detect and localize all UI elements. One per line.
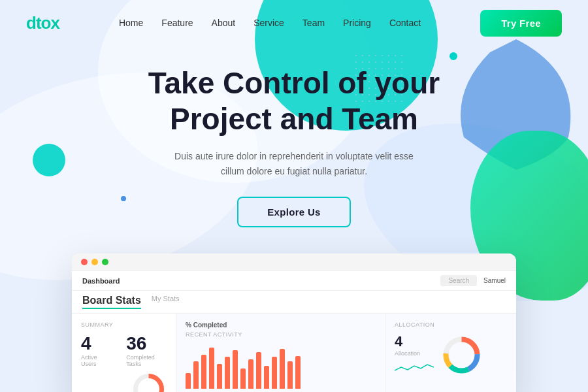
titlebar-dot-green xyxy=(102,259,108,265)
activity-bar xyxy=(264,366,269,389)
allocation-donut-chart xyxy=(440,334,483,376)
brand-name-part1: dt xyxy=(26,13,41,33)
nav-item-feature[interactable]: Feature xyxy=(161,17,193,29)
navbar: dtox Home Feature About Service Team Pri… xyxy=(0,0,588,46)
active-users-label: Active Users xyxy=(81,354,110,367)
allocation-content: 4 Allocation xyxy=(395,333,507,376)
activity-bar xyxy=(217,364,222,389)
activity-completed-label: % Completed xyxy=(186,321,376,329)
titlebar-dot-red xyxy=(81,259,88,265)
brand-logo: dtox xyxy=(26,13,59,33)
nav-link-home[interactable]: Home xyxy=(119,18,143,28)
titlebar-dot-yellow xyxy=(91,259,98,265)
summary-stats: 4 Active Users 36 Completed Tasks xyxy=(81,335,167,367)
nav-link-contact[interactable]: Contact xyxy=(389,18,421,28)
allocation-count-label: Allocation xyxy=(395,350,434,357)
allocation-stat: 4 Allocation xyxy=(395,333,434,376)
completed-tasks-stat: 36 Completed Tasks xyxy=(126,335,167,367)
dashboard-tabs: Board Stats My Stats xyxy=(72,291,516,314)
active-users-stat: 4 Active Users xyxy=(81,335,110,367)
completed-tasks-label: Completed Tasks xyxy=(126,354,167,367)
dashboard-header-bar: Dashboard Search Samuel xyxy=(72,271,516,291)
allocation-count: 4 xyxy=(395,333,434,350)
dashboard-header-right: Search Samuel xyxy=(440,275,506,286)
nav-item-service[interactable]: Service xyxy=(253,17,284,29)
nav-link-pricing[interactable]: Pricing xyxy=(343,18,371,28)
nav-item-pricing[interactable]: Pricing xyxy=(343,17,371,29)
nav-item-home[interactable]: Home xyxy=(119,17,143,29)
nav-link-about[interactable]: About xyxy=(212,18,236,28)
activity-bar xyxy=(280,349,285,389)
summary-donut-chart xyxy=(131,371,167,392)
try-free-button[interactable]: Try Free xyxy=(480,10,562,37)
nav-item-contact[interactable]: Contact xyxy=(389,17,421,29)
activity-bar xyxy=(256,352,261,389)
dashboard-preview: Dashboard Search Samuel Board Stats My S… xyxy=(72,253,516,392)
dashboard-title: Dashboard xyxy=(82,277,120,285)
activity-bar xyxy=(287,361,293,389)
activity-bar xyxy=(233,350,238,389)
summary-label: SUMMARY xyxy=(81,321,167,328)
completed-tasks-count: 36 xyxy=(126,335,167,353)
nav-link-team[interactable]: Team xyxy=(302,18,325,28)
hero-title-line1: Take Control of your xyxy=(148,66,440,100)
active-users-count: 4 xyxy=(81,335,110,353)
panel-activity: % Completed Recent Activity xyxy=(176,314,385,392)
nav-link-feature[interactable]: Feature xyxy=(161,18,193,28)
tab-board-stats[interactable]: Board Stats xyxy=(82,295,141,309)
hero-title-line2: Project and Team xyxy=(170,102,418,136)
dashboard-titlebar xyxy=(72,253,516,271)
dashboard-user: Samuel xyxy=(483,277,506,284)
explore-button[interactable]: Explore Us xyxy=(237,197,350,227)
brand-name-part2: ox xyxy=(41,13,59,33)
activity-bar xyxy=(240,368,246,389)
activity-bar xyxy=(248,359,253,389)
allocation-label: ALLOCATION xyxy=(395,321,507,328)
summary-donut-wrap xyxy=(81,371,167,392)
hero-subtitle: Duis aute irure dolor in reprehenderit i… xyxy=(163,149,425,178)
tab-my-stats[interactable]: My Stats xyxy=(152,295,180,309)
dashboard-search[interactable]: Search xyxy=(440,275,477,286)
nav-item-about[interactable]: About xyxy=(212,17,236,29)
allocation-wave xyxy=(395,361,434,374)
activity-bar xyxy=(209,348,214,389)
activity-label: Recent Activity xyxy=(186,331,376,338)
panel-allocation: ALLOCATION 4 Allocation xyxy=(385,314,516,392)
activity-bar xyxy=(186,373,191,389)
activity-bar xyxy=(295,356,301,389)
hero-title: Take Control of your Project and Team xyxy=(13,65,575,137)
nav-links: Home Feature About Service Team Pricing … xyxy=(119,17,421,29)
activity-bar-chart xyxy=(186,343,376,389)
nav-link-service[interactable]: Service xyxy=(253,18,284,28)
dashboard-content: SUMMARY 4 Active Users 36 Completed Task… xyxy=(72,314,516,392)
activity-bar xyxy=(225,357,230,389)
nav-item-team[interactable]: Team xyxy=(302,17,325,29)
hero-section: Take Control of your Project and Team Du… xyxy=(0,46,588,240)
activity-bar xyxy=(193,361,199,389)
activity-bar xyxy=(272,357,277,389)
panel-summary: SUMMARY 4 Active Users 36 Completed Task… xyxy=(72,314,176,392)
activity-bar xyxy=(201,355,206,389)
